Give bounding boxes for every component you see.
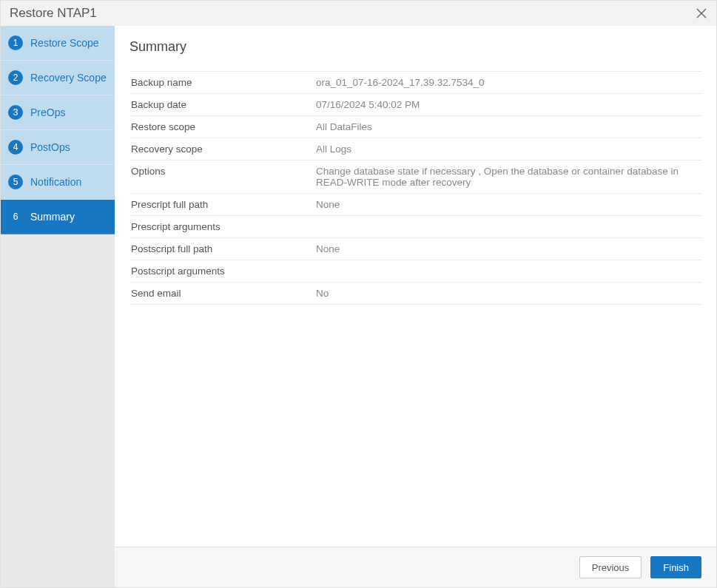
summary-row: Options Change database state if necessa…	[129, 160, 701, 194]
summary-key: Prescript full path	[129, 194, 314, 216]
step-postops[interactable]: 4 PostOps	[1, 130, 115, 165]
summary-key: Send email	[129, 283, 314, 305]
summary-key: Restore scope	[129, 116, 314, 138]
main-panel: Summary Backup name ora_01_07-16-2024_17…	[115, 26, 716, 587]
step-label: Recovery Scope	[30, 72, 107, 84]
summary-row: Recovery scope All Logs	[129, 138, 701, 160]
summary-value: ora_01_07-16-2024_17.39.32.7534_0	[314, 72, 701, 94]
step-preops[interactable]: 3 PreOps	[1, 95, 115, 130]
step-badge: 1	[8, 36, 23, 50]
summary-value: All DataFiles	[314, 116, 701, 138]
summary-key: Options	[129, 160, 314, 194]
summary-value	[314, 260, 701, 283]
summary-value	[314, 216, 701, 238]
titlebar: Restore NTAP1	[1, 1, 716, 26]
step-label: PostOps	[30, 141, 70, 153]
wizard-sidebar: 1 Restore Scope 2 Recovery Scope 3 PreOp…	[1, 26, 115, 587]
summary-row: Prescript full path None	[129, 194, 701, 216]
summary-key: Postscript full path	[129, 238, 314, 260]
step-badge: 6	[8, 209, 23, 224]
step-badge: 3	[8, 105, 23, 120]
summary-value: 07/16/2024 5:40:02 PM	[314, 94, 701, 116]
close-icon[interactable]	[694, 6, 709, 21]
step-badge: 2	[8, 70, 23, 85]
step-restore-scope[interactable]: 1 Restore Scope	[1, 26, 115, 61]
step-badge: 5	[8, 175, 23, 189]
summary-value: None	[314, 194, 701, 216]
summary-row: Send email No	[129, 283, 701, 305]
summary-value: None	[314, 238, 701, 260]
summary-key: Recovery scope	[129, 138, 314, 160]
main-content: Summary Backup name ora_01_07-16-2024_17…	[115, 26, 716, 547]
summary-key: Backup date	[129, 94, 314, 116]
sidebar-fill	[1, 234, 115, 587]
step-label: PreOps	[30, 107, 65, 118]
page-heading: Summary	[129, 39, 701, 55]
summary-row: Restore scope All DataFiles	[129, 116, 701, 138]
summary-row: Backup name ora_01_07-16-2024_17.39.32.7…	[129, 72, 701, 94]
step-label: Summary	[30, 211, 75, 223]
summary-value: Change database state if necessary , Ope…	[314, 160, 701, 194]
summary-row: Postscript full path None	[129, 238, 701, 260]
summary-key: Postscript arguments	[129, 260, 314, 283]
summary-key: Backup name	[129, 72, 314, 94]
step-label: Restore Scope	[30, 37, 99, 49]
summary-key: Prescript arguments	[129, 216, 314, 238]
step-recovery-scope[interactable]: 2 Recovery Scope	[1, 61, 115, 95]
summary-value: All Logs	[314, 138, 701, 160]
step-label: Notification	[30, 176, 81, 188]
step-summary[interactable]: 6 Summary	[1, 200, 115, 234]
step-notification[interactable]: 5 Notification	[1, 165, 115, 200]
restore-dialog: Restore NTAP1 1 Restore Scope 2 Recovery…	[0, 0, 717, 588]
summary-value: No	[314, 283, 701, 305]
dialog-footer: Previous Finish	[115, 547, 716, 587]
finish-button[interactable]: Finish	[650, 556, 701, 578]
summary-row: Prescript arguments	[129, 216, 701, 238]
step-badge: 4	[8, 140, 23, 155]
summary-row: Postscript arguments	[129, 260, 701, 283]
dialog-body: 1 Restore Scope 2 Recovery Scope 3 PreOp…	[1, 26, 716, 587]
dialog-title: Restore NTAP1	[10, 6, 97, 21]
previous-button[interactable]: Previous	[579, 556, 642, 578]
summary-table: Backup name ora_01_07-16-2024_17.39.32.7…	[129, 71, 701, 305]
summary-row: Backup date 07/16/2024 5:40:02 PM	[129, 94, 701, 116]
